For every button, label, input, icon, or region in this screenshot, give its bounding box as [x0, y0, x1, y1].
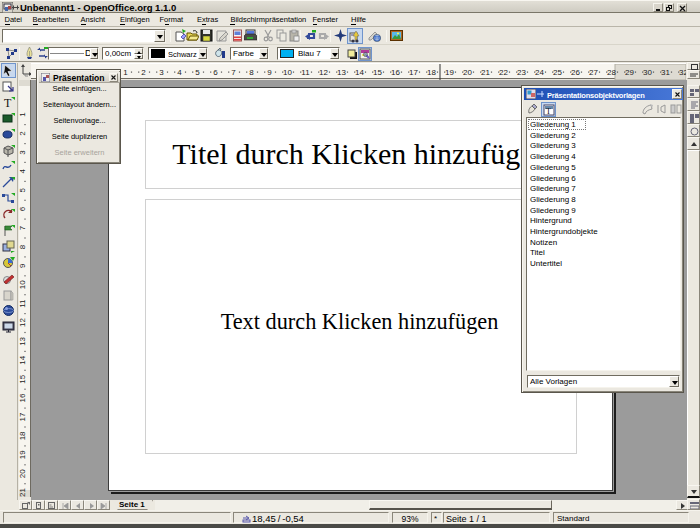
svg-text:16: 16	[391, 68, 400, 77]
svg-text:2: 2	[141, 68, 146, 77]
svg-text:1: 1	[19, 112, 27, 117]
svg-text:13: 13	[19, 336, 27, 345]
svg-text:28: 28	[607, 68, 616, 77]
svg-text:16: 16	[19, 393, 27, 402]
svg-text:6: 6	[213, 68, 218, 77]
svg-text:18: 18	[19, 431, 27, 440]
svg-text:8: 8	[249, 68, 254, 77]
svg-text:9: 9	[19, 263, 27, 268]
svg-text:8: 8	[19, 244, 27, 249]
svg-text:21: 21	[481, 68, 490, 77]
svg-text:14: 14	[355, 68, 364, 77]
svg-text:14: 14	[19, 355, 27, 364]
svg-text:22: 22	[499, 68, 508, 77]
svg-text:12: 12	[319, 68, 328, 77]
svg-text:T: T	[4, 96, 12, 109]
svg-text:17: 17	[19, 412, 27, 421]
svg-text:26: 26	[571, 68, 580, 77]
svg-text:7: 7	[19, 225, 27, 230]
svg-text:9: 9	[267, 68, 272, 77]
svg-text:15: 15	[373, 68, 382, 77]
svg-text:18: 18	[427, 68, 436, 77]
svg-text:13: 13	[337, 68, 346, 77]
svg-text:27: 27	[589, 68, 598, 77]
svg-text:11: 11	[301, 68, 310, 77]
svg-text:17: 17	[409, 68, 418, 77]
svg-text:25: 25	[553, 68, 562, 77]
svg-text:3: 3	[19, 150, 27, 155]
svg-text:20: 20	[463, 68, 472, 77]
svg-text:20: 20	[19, 469, 27, 478]
svg-text:2: 2	[19, 131, 27, 136]
svg-text:3: 3	[159, 68, 164, 77]
svg-text:19: 19	[445, 68, 454, 77]
svg-text:10: 10	[283, 68, 292, 77]
svg-text:T: T	[546, 107, 551, 116]
svg-text:5: 5	[195, 68, 200, 77]
svg-text:12: 12	[19, 318, 27, 327]
svg-text:4: 4	[19, 169, 27, 174]
svg-text:1: 1	[123, 68, 128, 77]
svg-text:24: 24	[535, 68, 544, 77]
svg-text:30: 30	[643, 68, 652, 77]
svg-text:11: 11	[19, 299, 27, 308]
svg-text:19: 19	[19, 450, 27, 459]
svg-text:10: 10	[19, 280, 27, 289]
svg-text:6: 6	[19, 206, 27, 211]
svg-text:32: 32	[679, 68, 686, 77]
svg-text:31: 31	[661, 68, 670, 77]
svg-text:21: 21	[19, 488, 27, 497]
svg-text:29: 29	[625, 68, 634, 77]
svg-text:4: 4	[177, 68, 182, 77]
svg-text:15: 15	[19, 374, 27, 383]
svg-text:5: 5	[19, 187, 27, 192]
svg-text:7: 7	[231, 68, 236, 77]
svg-text:23: 23	[517, 68, 526, 77]
